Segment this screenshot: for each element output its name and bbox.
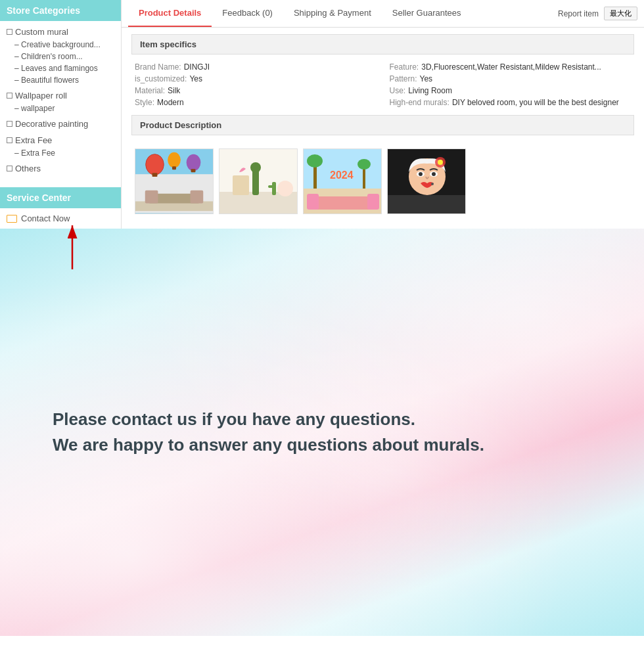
- spec-feature: Feature: 3D,Fluorescent,Water Resistant,…: [390, 61, 632, 73]
- category-extra-fee[interactable]: Extra Fee: [0, 133, 121, 147]
- service-center-title: Service Center: [0, 187, 121, 208]
- svg-rect-32: [367, 194, 379, 210]
- expand-icon: [7, 29, 12, 35]
- contact-text: Please contact us if you have any questi…: [53, 407, 484, 458]
- item-specifics-header: Item specifics: [131, 34, 634, 55]
- svg-point-36: [419, 172, 423, 176]
- expand-icon: [7, 166, 12, 171]
- product-image-2[interactable]: [219, 148, 298, 214]
- tab-shipping-payment[interactable]: Shipping & Payment: [283, 0, 382, 27]
- product-image-2-svg: [219, 149, 298, 214]
- spec-use: Use: Living Room: [390, 85, 632, 97]
- background-section: Please contact us if you have any questi…: [0, 229, 644, 636]
- category-label: Extra Fee: [15, 135, 52, 145]
- svg-rect-20: [233, 175, 249, 195]
- svg-rect-7: [172, 166, 176, 169]
- item-specifics-section: Item specifics Brand Name: DINGJI is_cus…: [122, 28, 644, 115]
- report-item-link[interactable]: Report item: [558, 9, 599, 18]
- category-child[interactable]: – Beautiful flowers: [0, 74, 121, 86]
- svg-point-17: [250, 162, 261, 173]
- svg-rect-11: [145, 191, 158, 204]
- category-wallpaper-roll[interactable]: Wallpaper roll: [0, 89, 121, 102]
- svg-point-8: [187, 154, 201, 171]
- spec-style: Style: Modern: [135, 97, 377, 108]
- tab-seller-guarantees[interactable]: Seller Guarantees: [382, 0, 472, 27]
- tabs-bar: Product Details Feedback (0) Shipping & …: [122, 0, 644, 28]
- category-label: Others: [15, 164, 41, 173]
- category-group-decorative: Decorative painting: [0, 117, 121, 131]
- expand-icon: [7, 121, 12, 127]
- svg-rect-12: [191, 191, 204, 204]
- specifics-grid: Brand Name: DINGJI is_customized: Yes Ma…: [131, 61, 634, 108]
- specs-left-col: Brand Name: DINGJI is_customized: Yes Ma…: [135, 61, 377, 108]
- product-image-3-svg: 2024: [304, 149, 382, 214]
- spec-high-end-murals: High-end murals: DIY beloved room, you w…: [390, 97, 632, 108]
- category-group-custom-mural: Custom mural – Creative background... – …: [0, 25, 121, 86]
- spec-customized: is_customized: Yes: [135, 73, 377, 85]
- contact-now-button[interactable]: Contact Now: [0, 208, 121, 229]
- product-images-row: 2024: [131, 142, 634, 221]
- svg-rect-5: [152, 173, 158, 177]
- category-group-extra-fee: Extra Fee – Extra Fee: [0, 133, 121, 159]
- svg-point-39: [431, 183, 434, 185]
- product-description-section: Product Description: [122, 115, 644, 227]
- category-custom-mural[interactable]: Custom mural: [0, 25, 121, 39]
- page-layout: Store Categories Custom mural – Creative…: [0, 0, 644, 229]
- main-content: Product Details Feedback (0) Shipping & …: [122, 0, 644, 229]
- category-group-others: Others: [0, 162, 121, 175]
- product-image-4-svg: [388, 149, 466, 214]
- svg-rect-19: [268, 185, 276, 188]
- spec-material: Material: Silk: [135, 85, 377, 97]
- product-image-4[interactable]: [387, 148, 466, 214]
- category-child[interactable]: – wallpaper: [0, 102, 121, 114]
- spec-brand-name: Brand Name: DINGJI: [135, 61, 377, 73]
- product-image-1[interactable]: [135, 148, 214, 214]
- product-description-header: Product Description: [131, 115, 634, 135]
- product-panel: Product Details Feedback (0) Shipping & …: [122, 0, 644, 227]
- category-group-wallpaper: Wallpaper roll – wallpaper: [0, 89, 121, 114]
- specs-right-col: Feature: 3D,Fluorescent,Water Resistant,…: [390, 61, 632, 108]
- svg-point-41: [438, 160, 443, 165]
- category-child[interactable]: – Children's room...: [0, 51, 121, 62]
- svg-point-21: [277, 181, 293, 196]
- product-image-3[interactable]: 2024: [303, 148, 382, 214]
- category-label: Decorative painting: [15, 119, 88, 129]
- svg-point-27: [357, 159, 371, 169]
- tab-product-details[interactable]: Product Details: [128, 0, 212, 27]
- svg-rect-42: [388, 195, 466, 214]
- envelope-icon: [7, 215, 17, 223]
- tab-feedback[interactable]: Feedback (0): [212, 0, 283, 27]
- svg-rect-30: [310, 196, 376, 210]
- expand-icon: [7, 93, 12, 99]
- svg-rect-18: [272, 182, 276, 195]
- sidebar: Store Categories Custom mural – Creative…: [0, 0, 122, 229]
- expand-icon: [7, 137, 12, 143]
- svg-point-6: [168, 152, 181, 168]
- category-child[interactable]: – Creative background...: [0, 39, 121, 51]
- svg-point-38: [432, 172, 436, 176]
- svg-point-25: [307, 154, 323, 168]
- category-decorative-painting[interactable]: Decorative painting: [0, 117, 121, 131]
- product-image-1-svg: [135, 148, 213, 214]
- store-categories-title: Store Categories: [0, 0, 121, 21]
- category-others[interactable]: Others: [0, 162, 121, 175]
- svg-rect-31: [307, 194, 319, 210]
- maximize-button[interactable]: 最大化: [604, 7, 637, 20]
- categories-list: Custom mural – Creative background... – …: [0, 21, 121, 182]
- contact-line2: We are happy to answer any questions abo…: [53, 432, 484, 458]
- spec-pattern: Pattern: Yes: [390, 73, 632, 85]
- category-child[interactable]: – Extra Fee: [0, 147, 121, 159]
- svg-text:2024: 2024: [330, 169, 354, 181]
- svg-rect-9: [191, 169, 196, 172]
- contact-line1: Please contact us if you have any questi…: [53, 407, 484, 432]
- category-child[interactable]: – Leaves and flamingos: [0, 62, 121, 74]
- category-label: Wallpaper roll: [15, 91, 67, 101]
- category-label: Custom mural: [15, 27, 68, 37]
- contact-now-label: Contact Now: [21, 214, 70, 223]
